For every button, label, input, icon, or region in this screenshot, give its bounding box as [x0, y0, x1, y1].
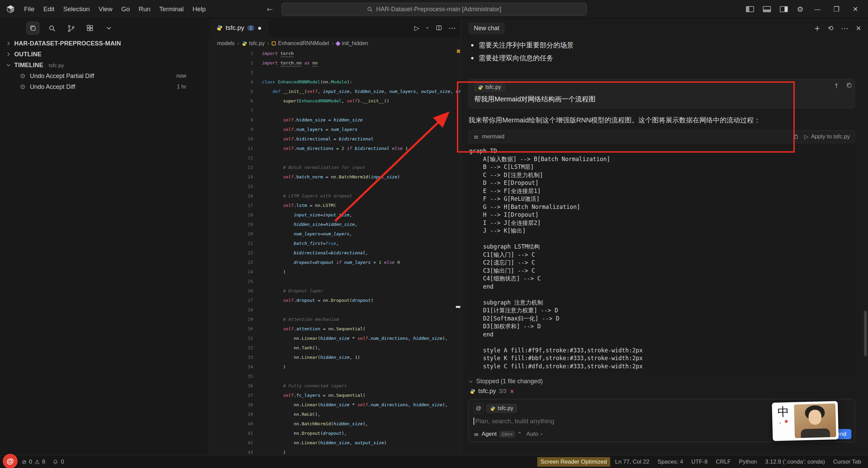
code-line: 42 nn.Linear(hidden_size, output_size)	[208, 440, 461, 450]
breadcrumb-item-method[interactable]: init_hidden	[336, 40, 368, 46]
command-center-search[interactable]: HAR-Dataset-Preprocess-main [Administrat…	[282, 3, 587, 16]
new-chat-plus-icon[interactable]: +	[814, 24, 820, 33]
editor-more-actions-icon[interactable]: ⋯	[448, 24, 456, 32]
ai-chat-panel: New chat + ⟲ ⋯ ✕ 需要关注序列中重要部分的场景需要处理双向信息的…	[461, 18, 868, 455]
toggle-secondary-sidebar-icon[interactable]	[780, 6, 788, 12]
copy-icon[interactable]	[846, 82, 852, 89]
timeline-item[interactable]: Undo Accept Partial Diffnow	[0, 71, 208, 81]
window-minimize-button[interactable]: —	[812, 5, 823, 13]
mermaid-line	[469, 235, 855, 243]
sidebar-section-project[interactable]: HAR-DATASET-PREPROCESS-MAIN	[0, 38, 208, 49]
floating-app-badge[interactable]: @	[3, 454, 18, 468]
reject-file-icon[interactable]: ×	[509, 388, 514, 395]
menu-item-terminal[interactable]: Terminal	[155, 3, 188, 15]
window-close-button[interactable]: ✕	[850, 5, 861, 13]
breadcrumb-item-file[interactable]: tsfc.py	[242, 40, 265, 46]
line-number: 22	[208, 250, 259, 260]
status-item[interactable]: Spaces: 4	[654, 457, 687, 467]
breadcrumb-item-models[interactable]: models	[217, 40, 235, 46]
chat-tab-new-chat[interactable]: New chat	[468, 22, 505, 34]
agent-mode-selector[interactable]: ∞ Agent Ctrl+I ^	[474, 430, 521, 438]
breadcrumb-item-class[interactable]: EnhancedRNNModel	[272, 40, 329, 46]
line-number: 17	[208, 203, 259, 212]
status-item[interactable]: CRLF	[712, 457, 734, 467]
status-item[interactable]: Ln 77, Col 22	[612, 457, 653, 467]
search-icon[interactable]	[45, 22, 58, 35]
mermaid-line: D2[Softmax归一化] --> D	[469, 315, 855, 323]
code-editor[interactable]: 1import torch2import torch.nn as nn34cla…	[208, 50, 461, 455]
status-item[interactable]: Cursor Tab	[830, 457, 865, 467]
chat-conversation[interactable]: 需要关注序列中重要部分的场景需要处理双向信息的任务 ↑ tsfc.py 帮我用M…	[461, 35, 868, 455]
scroll-up-icon[interactable]: ↑	[834, 82, 839, 90]
settings-gear-icon[interactable]: ⚙	[797, 5, 804, 14]
context-file-chip[interactable]: tsfc.py	[474, 83, 505, 92]
status-item[interactable]: UTF-8	[688, 457, 711, 467]
code-language-label: mermaid	[482, 133, 504, 140]
problems-indicator[interactable]: ⊘ 0 ⚠ 8	[22, 459, 45, 465]
line-number: 4	[208, 79, 259, 89]
status-item[interactable]: 3.12.9 ('.conda': conda)	[762, 457, 829, 467]
overview-ruler-cursor-marker	[456, 306, 460, 308]
timeline-item[interactable]: Undo Accept Diff1 hr	[0, 81, 208, 92]
timeline-items: Undo Accept Partial DiffnowUndo Accept D…	[0, 71, 208, 92]
statusbar-right: Screen Reader OptimizedLn 77, Col 22Spac…	[537, 457, 865, 467]
person-photo	[794, 404, 836, 438]
model-selector[interactable]: Auto	[526, 431, 543, 437]
mermaid-line: subgraph 注意力机制	[469, 299, 855, 307]
status-item[interactable]: Screen Reader Optimized	[537, 457, 611, 467]
menu-item-help[interactable]: Help	[188, 3, 210, 15]
chat-more-actions-icon[interactable]: ⋯	[841, 24, 848, 33]
menu-item-edit[interactable]: Edit	[39, 3, 59, 15]
chat-scrollbar-thumb[interactable]	[864, 311, 867, 356]
symbol-method-icon	[335, 41, 341, 46]
window-maximize-button[interactable]: ❐	[831, 5, 842, 13]
menu-item-go[interactable]: Go	[117, 3, 134, 15]
generation-status-text: Stopped (1 file changed)	[476, 378, 543, 385]
extensions-icon[interactable]	[83, 22, 96, 35]
split-editor-icon[interactable]	[436, 24, 442, 31]
bell-indicator[interactable]: 0	[53, 459, 64, 465]
user-message-text: 帮我用Mermaid对网络结构画一个流程图	[474, 95, 849, 104]
add-context-button[interactable]: @	[474, 403, 484, 413]
code-line: 4class EnhancedRNNModel(nn.Module):	[208, 79, 461, 89]
status-item[interactable]: Python	[736, 457, 760, 467]
modified-dot-icon[interactable]: ●	[257, 24, 262, 31]
chat-close-icon[interactable]: ✕	[856, 24, 861, 32]
menu-item-run[interactable]: Run	[134, 3, 155, 15]
code-line: 38 nn.Linear(hidden_size * self.num_dire…	[208, 402, 461, 412]
changed-file-row[interactable]: tsfc.py 3/3 ×	[468, 388, 855, 395]
code-lines: 1import torch2import torch.nn as nn34cla…	[208, 51, 461, 455]
toggle-panel-icon[interactable]	[763, 6, 771, 12]
code-line: 21 batch_first=True,	[208, 241, 461, 250]
toggle-sidebar-icon[interactable]	[746, 6, 754, 12]
run-python-file-button[interactable]: ▷	[414, 24, 419, 32]
line-number: 24	[208, 269, 259, 279]
apply-to-file-button[interactable]: ▷ Apply to tsfc.py	[804, 133, 850, 140]
code-line: 26 # Dropout layer	[208, 288, 461, 298]
line-number: 36	[208, 383, 259, 393]
menu-item-file[interactable]: File	[20, 3, 39, 15]
chat-history-icon[interactable]: ⟲	[828, 24, 833, 32]
sidebar-section-outline[interactable]: OUTLINE	[0, 49, 208, 60]
chevron-down-icon[interactable]	[102, 22, 115, 35]
nav-back-icon[interactable]: ←	[267, 5, 273, 14]
explorer-icon[interactable]	[26, 22, 39, 35]
message-actions: ↑	[834, 82, 852, 90]
source-control-icon[interactable]	[64, 22, 77, 35]
code-line: 15	[208, 184, 461, 193]
line-number: 3	[208, 70, 259, 79]
chevron-right-icon	[5, 40, 12, 46]
tab-tsfc-py[interactable]: tsfc.py 2 ●	[210, 18, 268, 37]
run-dropdown-icon[interactable]	[425, 26, 429, 30]
sidebar-section-timeline[interactable]: TIMELINE tsfc.py	[0, 60, 208, 71]
chat-input-placeholder[interactable]: Plan, search, build anything	[475, 417, 554, 425]
copy-code-icon[interactable]	[793, 134, 799, 140]
photo-red-mark: ✱	[784, 419, 788, 424]
generation-status-row[interactable]: Stopped (1 file changed)	[468, 378, 855, 385]
input-context-file-chip[interactable]: tsfc.py	[486, 404, 517, 413]
menu-item-view[interactable]: View	[94, 3, 117, 15]
line-number: 34	[208, 364, 259, 374]
code-line: 39 nn.ReLU(),	[208, 412, 461, 421]
code-line: 1import torch	[208, 51, 461, 60]
menu-item-selection[interactable]: Selection	[59, 3, 94, 15]
